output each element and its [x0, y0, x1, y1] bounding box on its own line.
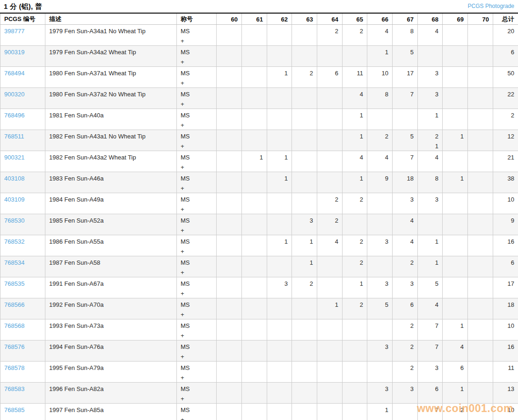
grade-70-plus-count [472, 290, 489, 297]
grade-63-plus-count [296, 353, 313, 361]
total-count: 2 [497, 112, 514, 119]
pcgs-number-link[interactable]: 768511 [4, 133, 24, 140]
pcgs-number-link[interactable]: 768496 [4, 112, 24, 119]
grade-67-ms-count: 17 [396, 70, 414, 77]
pcgs-number-link[interactable]: 768530 [4, 217, 24, 224]
grade-63-cell [292, 362, 317, 383]
grade-60-plus-count [220, 395, 238, 403]
grade-66-ms-count [371, 259, 388, 267]
grade-70-plus-count [472, 122, 489, 129]
grade-61-plus-count [246, 332, 263, 340]
pcgs-number-link[interactable]: 398777 [4, 28, 24, 35]
grade-66-plus-count [371, 80, 388, 87]
col-header-grade-67: 67 [393, 13, 418, 25]
grade-63-ms-count [296, 343, 313, 351]
grade-64-plus-count [321, 185, 338, 192]
pcgs-number-link[interactable]: 900319 [4, 49, 24, 56]
grade-65-plus-count [346, 80, 363, 87]
grade-62-cell [267, 362, 292, 383]
pcgs-number-link[interactable]: 900321 [4, 154, 24, 161]
grade-62-ms-count: 3 [271, 280, 288, 288]
pcgs-number-cell: 768535 [0, 277, 45, 298]
grade-61-ms-count [246, 196, 263, 203]
grade-65-ms-count: 4 [346, 154, 363, 161]
table-row: 9003191979 Fen Sun-A34a2 Wheat TipMS+156 [0, 46, 518, 67]
grade-61-plus-count [246, 101, 263, 108]
grade-67-cell: 7 [393, 88, 418, 109]
grade-61-cell [242, 109, 267, 130]
grade-67-plus-count [396, 185, 414, 192]
grade-68-ms-count: 1 [422, 112, 438, 119]
pcgs-number-link[interactable]: 768583 [4, 385, 24, 392]
grade-60-cell [217, 46, 242, 67]
total-count: 38 [497, 175, 514, 182]
grade-64-ms-count [321, 112, 338, 119]
grade-69-ms-count [446, 217, 464, 224]
designation-plus-label: + [181, 122, 212, 129]
grade-60-ms-count [220, 175, 238, 182]
designation-plus-label: + [181, 143, 212, 150]
designation-ms-label: MS [181, 91, 212, 98]
total-cell: 2 [493, 109, 518, 130]
grade-63-ms-count: 1 [296, 238, 313, 246]
grade-70-plus-count [472, 311, 489, 319]
grade-66-ms-count: 1 [371, 49, 388, 56]
pcgs-number-link[interactable]: 768534 [4, 259, 24, 266]
pcgs-number-link[interactable]: 768532 [4, 238, 24, 245]
pcgs-number-link[interactable]: 768578 [4, 364, 24, 371]
grade-69-cell [443, 46, 468, 67]
grade-60-cell [217, 235, 242, 256]
table-row: 7684961981 Fen Sun-A40aMS+112 [0, 109, 518, 130]
pcgs-number-link[interactable]: 768576 [4, 343, 24, 350]
pcgs-number-link[interactable]: 768568 [4, 322, 24, 329]
grade-66-plus-count [371, 374, 388, 382]
grade-61-ms-count [246, 133, 263, 140]
designation-ms-label: MS [181, 343, 212, 351]
grade-64-plus-count [321, 269, 338, 276]
grade-68-plus-count [422, 206, 438, 213]
pcgs-number-link[interactable]: 403108 [4, 175, 24, 182]
total-count: 13 [497, 385, 514, 393]
designation-cell: MS+ [177, 319, 217, 340]
grade-63-ms-count [296, 196, 313, 203]
grade-60-ms-count [220, 343, 238, 351]
pcgs-number-link[interactable]: 768494 [4, 70, 24, 77]
pcgs-number-link[interactable]: 768585 [4, 406, 24, 413]
grade-67-plus-count [396, 416, 414, 420]
grade-63-plus-count [296, 416, 313, 420]
grade-60-cell [217, 109, 242, 130]
grade-69-cell [443, 67, 468, 88]
grade-62-cell: 3 [267, 277, 292, 298]
grade-68-ms-count: 7 [422, 406, 438, 414]
designation-cell: MS+ [177, 383, 217, 404]
grade-65-plus-count [346, 164, 363, 171]
table-header-row: PCGS 编号 描述 称号 60 61 62 63 64 65 66 67 68… [0, 13, 518, 25]
grade-64-ms-count [321, 322, 338, 330]
table-row: 7685831996 Fen Sun-A82aMS+336113 [0, 383, 518, 404]
description-cell: 1987 Fen Sun-A58 [45, 256, 177, 277]
grade-69-cell [443, 88, 468, 109]
grade-65-ms-count: 2 [346, 196, 363, 203]
designation-ms-label: MS [181, 70, 212, 77]
grade-70-ms-count [472, 364, 489, 372]
grade-68-cell: 3 [418, 67, 443, 88]
table-row: 4031081983 Fen Sun-A46aMS+119188138 [0, 172, 518, 193]
pcgs-photograde-link[interactable]: PCGS Photograde [468, 3, 514, 9]
grade-60-plus-count [220, 353, 238, 361]
pcgs-number-link[interactable]: 403109 [4, 196, 24, 203]
pcgs-number-link[interactable]: 900320 [4, 91, 24, 98]
grade-62-cell [267, 214, 292, 235]
grade-66-cell [367, 109, 393, 130]
designation-plus-label: + [181, 416, 212, 420]
grade-64-cell: 2 [317, 25, 343, 46]
grade-63-plus-count [296, 311, 313, 319]
pcgs-number-link[interactable]: 768535 [4, 280, 24, 287]
grade-63-cell [292, 340, 317, 362]
grade-63-cell [292, 130, 317, 151]
grade-65-ms-count: 2 [346, 259, 363, 267]
total-count: 18 [497, 301, 514, 309]
designation-ms-label: MS [181, 259, 212, 267]
pcgs-number-link[interactable]: 768566 [4, 301, 24, 308]
grade-69-plus-count [446, 206, 464, 213]
grade-68-ms-count: 4 [422, 28, 438, 35]
